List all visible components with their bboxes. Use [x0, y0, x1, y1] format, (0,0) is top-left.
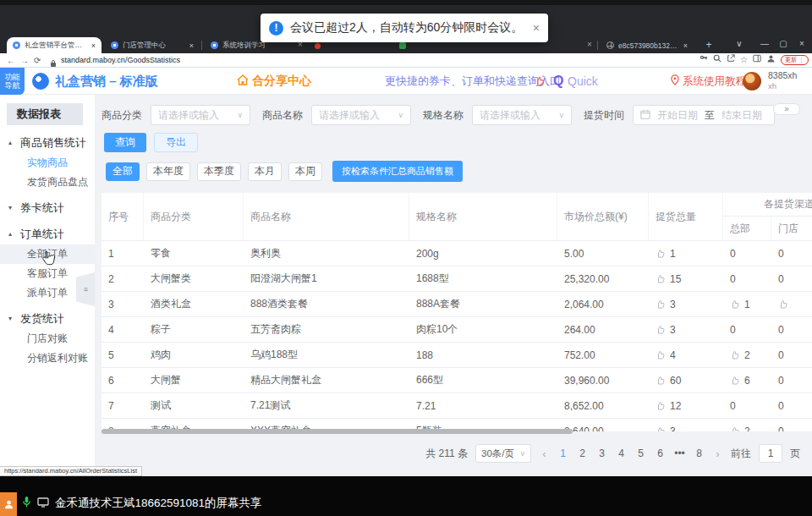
sidebar-item-发货商品盘点[interactable]: 发货商品盘点	[0, 173, 95, 192]
start-date-input[interactable]: 开始日期	[657, 108, 698, 123]
page-button-5[interactable]: 5	[635, 447, 646, 459]
sidebar-group-商品销售统计[interactable]: ▴商品销售统计	[0, 132, 95, 153]
user-avatar[interactable]	[743, 72, 761, 91]
prev-page-button[interactable]: ‹	[539, 447, 550, 460]
thumb-icon	[730, 376, 740, 386]
forward-button[interactable]: →	[20, 54, 29, 67]
new-tab-button[interactable]: +	[702, 39, 716, 51]
share-center-link[interactable]: 合分享中心	[237, 68, 311, 95]
quick-label[interactable]: Quick	[568, 68, 598, 95]
chrome-update-button[interactable]: 更新 ⋮	[781, 55, 809, 65]
app-header: 功能 导航 礼盒营销 – 标准版 合分享中心 更快捷的券卡、订单和快递查询入口 …	[0, 68, 812, 95]
sidebar-collapse-handle[interactable]: ≡	[76, 272, 95, 306]
tab-title: 门店管理中心	[123, 41, 166, 51]
caret-down-icon: ▾	[8, 204, 17, 211]
date-range-picker[interactable]: 开始日期 至 结束日期	[633, 105, 775, 125]
window-close-button[interactable]: ×	[795, 39, 809, 48]
sidebar-title: 数据报表	[7, 103, 83, 125]
toast-close-icon[interactable]: ×	[533, 21, 540, 35]
tab-close-icon[interactable]: ×	[189, 41, 194, 50]
tutorial-link[interactable]: 系统使用教程	[671, 68, 746, 95]
location-pin-icon	[671, 74, 679, 88]
goods-table: 序号商品分类商品名称规格名称市场价总额(¥)提货总量各提货渠道总部门店 1零食奥…	[102, 193, 812, 431]
page-button-2[interactable]: 2	[577, 447, 588, 459]
goods-name-select[interactable]: 请选择或输入 ∨	[311, 105, 411, 125]
table-row: 1零食奥利奥200g5.00100	[102, 241, 812, 266]
table-cell: 0	[771, 266, 812, 291]
share-icon[interactable]	[727, 54, 735, 66]
range-tab-本年度[interactable]: 本年度	[146, 162, 190, 181]
page-button-8[interactable]: 8	[694, 447, 705, 459]
table-cell: 粽子	[144, 317, 244, 342]
thumb-icon	[656, 426, 666, 432]
quick-search-icon[interactable]: Q	[553, 68, 563, 95]
tab-close-icon[interactable]: ×	[683, 41, 688, 50]
store-icon	[237, 74, 249, 88]
sidebar-item-分销返利对账[interactable]: 分销返利对账	[0, 349, 95, 368]
thumb-icon	[778, 299, 788, 310]
window-minimize-button[interactable]: —	[758, 39, 771, 48]
range-tab-全部[interactable]: 全部	[106, 162, 140, 181]
screen-share-bar: 金禾通技术王斌18662591081的屏幕共享	[0, 476, 812, 516]
end-date-input[interactable]: 结束日期	[721, 108, 762, 123]
window-menu-icon[interactable]: ∨	[732, 39, 746, 48]
page-jump-input[interactable]	[759, 444, 782, 463]
table-body: 1零食奥利奥200g5.001002大闸蟹类阳澄湖大闸蟹11688型25,320…	[102, 241, 812, 431]
browser-tab-4[interactable]: e8c573980b1328a258fd2e61 ×	[601, 37, 694, 53]
address-input[interactable]: standard.maboy.cn/GoodsStatistics	[61, 53, 180, 67]
more-menu-icon[interactable]: ⋮	[798, 57, 804, 63]
next-page-button[interactable]: ›	[712, 447, 723, 460]
sidebar-item-label: 商品销售统计	[20, 135, 86, 151]
range-tab-本季度[interactable]: 本季度	[197, 162, 241, 181]
table-cell: 大闸蟹类	[144, 266, 244, 291]
range-tab-本周[interactable]: 本周	[288, 162, 322, 181]
page-button-1[interactable]: 1	[557, 447, 568, 459]
thumb-icon	[656, 325, 666, 335]
sidebar: 数据报表 ▴商品销售统计实物商品发货商品盘点▾券卡统计▴订单统计全部订单客服订单…	[0, 95, 95, 476]
table-cell: 12	[649, 393, 723, 418]
horizontal-scrollbar-thumb[interactable]	[102, 429, 573, 434]
sidebar-item-实物商品[interactable]: 实物商品	[0, 153, 95, 173]
table-cell: 0	[771, 393, 812, 418]
toast-message: 会议已超过2人，自动转为60分钟限时会议。	[290, 20, 523, 36]
range-tabs-holder: 全部本年度本季度本月本周	[106, 162, 322, 181]
page-button-3[interactable]: 3	[596, 447, 607, 459]
bookmark-star-icon[interactable]: ☆	[740, 54, 748, 66]
function-nav-toggle[interactable]: 功能 导航	[0, 68, 25, 95]
table-cell: 2	[723, 343, 771, 367]
spec-select[interactable]: 请选择或输入 ∨	[472, 105, 572, 125]
window-maximize-button[interactable]: ▢	[776, 39, 790, 48]
search-button[interactable]: 查询	[104, 133, 146, 152]
browser-url-bar: ← → ⟳ standard.maboy.cn/GoodsStatistics …	[0, 53, 812, 68]
table-cell: 0	[771, 419, 812, 431]
sidebar-group-发货统计[interactable]: ▾发货统计	[0, 308, 95, 329]
zoom-icon[interactable]	[713, 54, 721, 66]
tab-close-icon[interactable]: ×	[91, 41, 96, 50]
page-button-4[interactable]: 4	[616, 447, 627, 459]
sidebar-item-门店对账[interactable]: 门店对账	[0, 329, 95, 349]
key-icon[interactable]	[700, 54, 708, 66]
table-header: 序号商品分类商品名称规格名称市场价总额(¥)提货总量各提货渠道总部门店	[102, 193, 812, 241]
page-button-6[interactable]: 6	[655, 447, 666, 459]
category-select[interactable]: 请选择或输入 ∨	[151, 105, 250, 125]
page-size-select[interactable]: 30条/页 ∨	[475, 444, 531, 463]
summary-by-filter-button[interactable]: 按检索条件汇总商品销售额	[332, 161, 463, 182]
range-tab-本月[interactable]: 本月	[248, 162, 282, 181]
profile-icon[interactable]	[766, 54, 776, 67]
reload-button[interactable]: ⟳	[34, 54, 41, 67]
tab-favicon-icon	[211, 41, 218, 49]
table-cell: 200g	[409, 241, 557, 266]
table-cell: 6	[723, 368, 771, 392]
browser-tab-2[interactable]: 门店管理中心 ×	[105, 37, 200, 53]
tab-title: 系统培训学习	[222, 41, 266, 51]
side-panel-icon[interactable]	[753, 54, 761, 66]
back-button[interactable]: ←	[7, 54, 15, 67]
table-cell: 阳澄湖大闸蟹1	[244, 266, 409, 291]
browser-tab-1[interactable]: 礼盒营销平台管理中心 ×	[7, 37, 102, 53]
sidebar-group-券卡统计[interactable]: ▾券卡统计	[0, 197, 95, 218]
filter-collapse-button[interactable]: »	[773, 103, 800, 115]
export-button[interactable]: 导出	[154, 133, 198, 152]
hidden-tab-close-icon[interactable]: ×	[587, 40, 592, 49]
table-cell: 0	[723, 317, 771, 342]
sidebar-group-订单统计[interactable]: ▴订单统计	[0, 223, 95, 244]
